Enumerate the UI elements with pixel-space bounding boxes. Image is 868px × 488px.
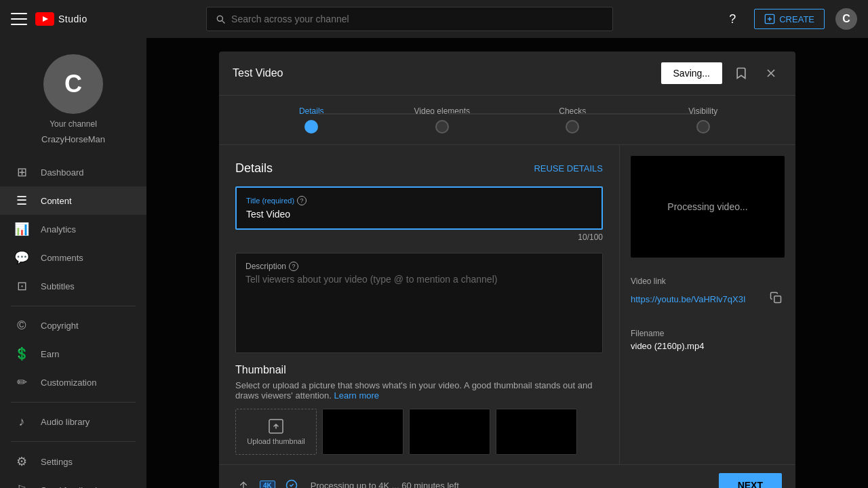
sidebar-item-content[interactable]: ☰ Content [0, 186, 146, 215]
sidebar-item-analytics[interactable]: 📊 Analytics [0, 215, 146, 243]
sidebar-item-feedback[interactable]: ⚐ Send feedback [0, 476, 146, 488]
step-checks-dot [566, 120, 579, 134]
search-input[interactable] [231, 14, 604, 24]
topbar-left: Studio [11, 11, 146, 27]
processing-text: Processing video... [667, 201, 747, 212]
sidebar-item-label: Copyright [41, 321, 79, 331]
sidebar-nav: ⊞ Dashboard ☰ Content 📊 Analytics 💬 Comm… [0, 158, 146, 488]
close-icon [764, 66, 778, 80]
sidebar-item-customization[interactable]: ✏ Customization [0, 368, 146, 396]
channel-avatar: C [43, 54, 103, 114]
comments-icon: 💬 [14, 250, 30, 265]
thumbnail-section: Thumbnail Select or upload a picture tha… [235, 364, 603, 455]
sidebar-item-settings[interactable]: ⚙ Settings [0, 447, 146, 476]
video-link-section: Video link https://youtu.be/VaHRlv7qX3I [631, 277, 785, 310]
sidebar-item-earn[interactable]: 💲 Earn [0, 340, 146, 368]
step-visibility-label: Visibility [688, 106, 717, 116]
create-icon [764, 14, 775, 24]
title-input[interactable] [246, 209, 592, 220]
logo[interactable]: Studio [35, 12, 87, 26]
title-label: Title (required) ? [246, 196, 592, 205]
earn-icon: 💲 [14, 346, 30, 361]
modal-sidebar: Processing video... Video link https://y… [619, 145, 795, 464]
thumbnail-desc: Select or upload a picture that shows wh… [235, 380, 603, 401]
sidebar-divider-3 [11, 441, 136, 442]
customization-icon: ✏ [14, 375, 30, 390]
sidebar-item-label: Analytics [41, 224, 76, 235]
create-button[interactable]: CREATE [754, 9, 825, 29]
details-heading: Details [235, 161, 273, 176]
hd-badge: 4K [260, 481, 275, 489]
description-textarea[interactable] [245, 274, 593, 342]
filename-value: video (2160p).mp4 [631, 341, 785, 351]
video-link-label: Video link [631, 277, 785, 286]
upload-label: Upload thumbnail [247, 437, 305, 445]
hamburger-menu[interactable] [11, 11, 27, 27]
section-title: Details REUSE DETAILS [235, 161, 603, 176]
upload-thumbnail-btn[interactable]: Upload thumbnail [235, 409, 317, 455]
title-group: Title (required) ? 10/100 [235, 186, 603, 242]
sidebar-item-subtitles[interactable]: ⊡ Subtitles [0, 272, 146, 300]
description-label: Description ? [245, 262, 593, 271]
sidebar-item-label: Audio library [41, 417, 90, 427]
description-field[interactable]: Description ? [235, 253, 603, 353]
description-help-icon[interactable]: ? [289, 262, 298, 271]
sidebar-item-audio-library[interactable]: ♪ Audio library [0, 408, 146, 436]
video-preview: Processing video... [631, 156, 785, 258]
step-video-elements-dot [435, 120, 449, 134]
step-video-elements[interactable]: Video elements [377, 106, 508, 134]
modal-body: Details REUSE DETAILS Title (required) ? [219, 145, 795, 464]
upload-footer-icon[interactable] [233, 474, 254, 488]
thumbnail-title: Thumbnail [235, 364, 603, 376]
sidebar-item-dashboard[interactable]: ⊞ Dashboard [0, 158, 146, 186]
thumbnail-preview-3[interactable] [496, 409, 577, 455]
help-button[interactable]: ? [722, 8, 743, 30]
check-status-icon [281, 474, 302, 488]
feedback-icon: ⚐ [14, 483, 30, 488]
copyright-icon: © [14, 319, 30, 333]
thumbnail-options: Upload thumbnail [235, 409, 603, 455]
main-layout: C Your channel CrazyHorseMan ⊞ Dashboard… [0, 38, 868, 488]
filename-label: Filename [631, 329, 785, 338]
reuse-details-link[interactable]: REUSE DETAILS [534, 163, 603, 174]
video-url-link[interactable]: https://youtu.be/VaHRlv7qX3I [631, 294, 762, 304]
search-box[interactable] [206, 7, 613, 31]
next-button[interactable]: NEXT [719, 473, 782, 488]
upload-icon [268, 418, 284, 434]
bookmark-button[interactable] [730, 62, 752, 84]
sidebar-item-copyright[interactable]: © Copyright [0, 312, 146, 340]
copy-icon [770, 291, 782, 304]
sidebar-item-label: Comments [41, 253, 83, 263]
title-field[interactable]: Title (required) ? [235, 186, 603, 230]
search-container [206, 7, 613, 31]
channel-label: Your channel [50, 119, 97, 129]
copy-url-button[interactable] [767, 289, 785, 310]
channel-name: CrazyHorseMan [41, 134, 105, 144]
description-group: Description ? [235, 253, 603, 353]
step-details-label: Details [299, 106, 324, 116]
sidebar-item-label: Dashboard [41, 167, 84, 178]
filename-section: Filename video (2160p).mp4 [631, 329, 785, 351]
modal-title: Test Video [233, 67, 653, 79]
sidebar-item-comments[interactable]: 💬 Comments [0, 243, 146, 272]
user-avatar[interactable]: C [835, 8, 857, 30]
channel-info: C Your channel CrazyHorseMan [0, 46, 146, 158]
step-details-dot [304, 120, 318, 134]
topbar-right: ? CREATE C [722, 8, 857, 30]
thumbnail-preview-2[interactable] [409, 409, 490, 455]
learn-more-link[interactable]: Learn more [334, 390, 379, 401]
close-button[interactable] [760, 62, 782, 84]
thumbnail-preview-1[interactable] [322, 409, 403, 455]
content-icon: ☰ [14, 193, 30, 208]
bookmark-icon [734, 66, 748, 80]
step-checks[interactable]: Checks [507, 106, 638, 134]
saving-button[interactable]: Saving... [661, 62, 722, 84]
analytics-icon: 📊 [14, 222, 30, 237]
modal-overlay: Test Video Saving... [146, 38, 868, 488]
title-help-icon[interactable]: ? [297, 196, 307, 205]
step-visibility[interactable]: Visibility [638, 106, 769, 134]
sidebar-item-label: Customization [41, 378, 96, 388]
step-details[interactable]: Details [246, 106, 377, 134]
sidebar-item-label: Settings [41, 457, 73, 467]
stepper: Details Video elements Checks Visibility [219, 96, 795, 145]
